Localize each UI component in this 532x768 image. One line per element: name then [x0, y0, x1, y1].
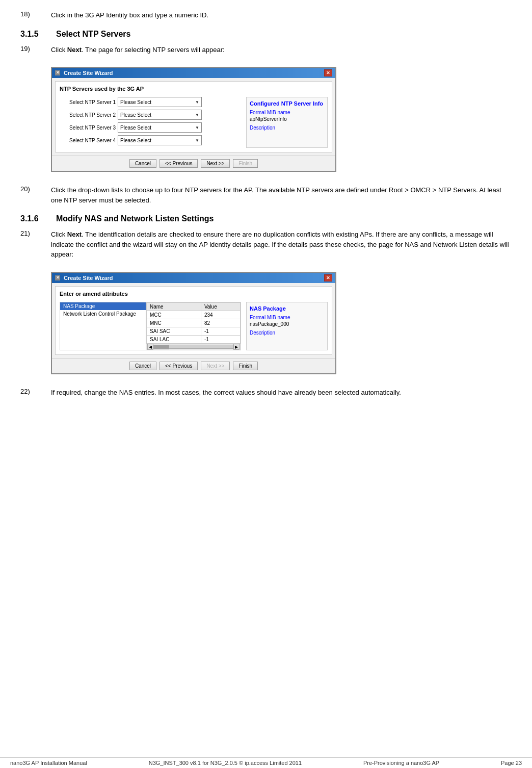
ntp-wizard-title: Create Site Wizard	[64, 70, 113, 76]
ntp-select-value-3: Please Select	[120, 125, 151, 131]
ntp-select-arrow-2: ▼	[195, 113, 199, 117]
step-21-text-after: . The identification details are checked…	[51, 231, 509, 258]
ntp-wizard-footer: Cancel << Previous Next >> Finish	[52, 156, 335, 171]
step-20-num: 20)	[20, 185, 51, 205]
ntp-wizard-left-panel: Select NTP Server 1 Please Select ▼ Sele…	[60, 97, 241, 148]
ntp-select-arrow-1: ▼	[195, 100, 199, 105]
ntp-select-value-4: Please Select	[120, 138, 151, 143]
ntp-next-button[interactable]: Next >>	[201, 159, 230, 168]
section-316-title: Modify NAS and Network Listen Settings	[56, 214, 214, 223]
nas-wizard-title: Create Site Wizard	[64, 275, 113, 281]
ntp-server-row-4: Select NTP Server 4 Please Select ▼	[60, 135, 241, 145]
step-20-text: Click the drop-down lists to choose up t…	[51, 185, 512, 205]
ntp-wizard-icon: ✕	[55, 70, 60, 75]
nas-scroll-track	[153, 345, 233, 349]
ntp-select-3[interactable]: Please Select ▼	[118, 122, 202, 133]
nas-next-button: Next >>	[201, 362, 230, 370]
nas-wizard-icon: ✕	[55, 275, 60, 280]
nas-cell-value-0: 234	[201, 311, 240, 319]
nas-wizard-subtitle: Enter or amend attributes	[60, 291, 328, 297]
nas-col-name: Name	[147, 302, 201, 311]
nas-cell-name-3: SAI LAC	[147, 335, 201, 343]
nas-wizard-right-panel: NAS Package Formal MIB name nasPackage_0…	[246, 302, 328, 350]
section-316-num: 3.1.6	[20, 214, 56, 223]
ntp-previous-button[interactable]: << Previous	[159, 159, 198, 168]
ntp-rows-container: Select NTP Server 1 Please Select ▼ Sele…	[60, 97, 241, 145]
nas-cell-value-3: -1	[201, 335, 240, 343]
nas-scroll-left[interactable]: ◀	[147, 344, 153, 350]
ntp-wizard-subtitle: NTP Servers used by the 3G AP	[60, 86, 328, 92]
ntp-label-3: Select NTP Server 3	[60, 125, 116, 131]
ntp-wizard-body: NTP Servers used by the 3G AP Select NTP…	[55, 81, 332, 152]
ntp-select-2[interactable]: Please Select ▼	[118, 110, 202, 120]
step-19-text-after: . The page for selecting NTP servers wil…	[82, 46, 225, 54]
nas-cancel-button[interactable]: Cancel	[129, 362, 156, 370]
ntp-select-4[interactable]: Please Select ▼	[118, 135, 202, 145]
nas-cell-value-2: -1	[201, 327, 240, 335]
ntp-wizard-dialog: ✕ Create Site Wizard ✕ NTP Servers used …	[51, 67, 336, 172]
ntp-server-row-2: Select NTP Server 2 Please Select ▼	[60, 110, 241, 120]
footer-right: Pre-Provisioning a nano3G AP	[363, 760, 439, 766]
nas-table-row: SAI SAC -1	[147, 327, 241, 335]
nas-scroll-right[interactable]: ▶	[233, 344, 240, 350]
ntp-label-1: Select NTP Server 1	[60, 99, 116, 105]
nas-table-row: MNC 82	[147, 319, 241, 327]
ntp-right-title: Configured NTP Server Info	[250, 100, 324, 107]
nas-cell-name-0: MCC	[147, 311, 201, 319]
nas-col-value: Value	[201, 302, 240, 311]
ntp-select-arrow-4: ▼	[195, 138, 199, 143]
nas-cell-value-1: 82	[201, 319, 240, 327]
ntp-label-4: Select NTP Server 4	[60, 138, 116, 143]
nas-right-title: NAS Package	[250, 305, 324, 312]
step-19-bold: Next	[67, 46, 82, 54]
nas-wizard-main-area: NAS PackageNetwork Listen Control Packag…	[60, 302, 241, 350]
nas-previous-button[interactable]: << Previous	[159, 362, 198, 370]
step-21-bold: Next	[67, 231, 82, 238]
ntp-select-value-2: Please Select	[120, 112, 151, 118]
ntp-finish-button: Finish	[233, 159, 258, 168]
nas-wizard-footer: Cancel << Previous Next >> Finish	[52, 358, 335, 373]
nas-left-item-0[interactable]: NAS Package	[60, 302, 146, 310]
nas-description-label: Description	[250, 330, 324, 336]
nas-wizard-close-button[interactable]: ✕	[324, 274, 332, 281]
nas-wizard-dialog: ✕ Create Site Wizard ✕ Enter or amend at…	[51, 272, 336, 374]
nas-wizard-body: Enter or amend attributes NAS PackageNet…	[55, 286, 332, 355]
ntp-formal-mib-value: apNtpServerInfo	[250, 116, 324, 122]
nas-table-container: NAS PackageNetwork Listen Control Packag…	[60, 302, 241, 350]
nas-data-table: Name Value MCC 234 MNC 82 SAI SAC -1 SAI…	[146, 302, 241, 344]
step-19-text: Click Next. The page for selecting NTP s…	[51, 45, 512, 55]
nas-left-panel: NAS PackageNetwork Listen Control Packag…	[60, 302, 146, 350]
nas-left-item-1[interactable]: Network Listen Control Package	[60, 310, 146, 318]
ntp-wizard-close-button[interactable]: ✕	[324, 69, 332, 76]
ntp-wizard-title-bar: ✕ Create Site Wizard ✕	[52, 68, 335, 78]
ntp-wizard-content: Select NTP Server 1 Please Select ▼ Sele…	[60, 97, 328, 148]
section-315-num: 3.1.5	[20, 30, 56, 39]
ntp-select-arrow-3: ▼	[195, 125, 199, 130]
nas-formal-mib-value: nasPackage_000	[250, 321, 324, 327]
nas-formal-mib-label: Formal MIB name	[250, 315, 324, 320]
nas-cell-name-1: MNC	[147, 319, 201, 327]
ntp-wizard-right-panel: Configured NTP Server Info Formal MIB na…	[246, 97, 328, 148]
nas-cell-name-2: SAI SAC	[147, 327, 201, 335]
nas-wizard-content: NAS PackageNetwork Listen Control Packag…	[60, 302, 328, 350]
nas-main-table: Name Value MCC 234 MNC 82 SAI SAC -1 SAI…	[146, 302, 241, 350]
nas-table-row: MCC 234	[147, 311, 241, 319]
step-21-text: Click Next. The identification details a…	[51, 229, 512, 260]
ntp-cancel-button[interactable]: Cancel	[129, 159, 156, 168]
ntp-formal-mib-label: Formal MIB name	[250, 110, 324, 115]
ntp-select-1[interactable]: Please Select ▼	[118, 97, 202, 107]
section-315-title: Select NTP Servers	[56, 30, 130, 39]
ntp-server-row-3: Select NTP Server 3 Please Select ▼	[60, 122, 241, 133]
ntp-select-value-1: Please Select	[120, 99, 151, 105]
nas-wizard-container: ✕ Create Site Wizard ✕ Enter or amend at…	[51, 272, 336, 374]
footer-left: nano3G AP Installation Manual	[10, 760, 87, 766]
nas-scrollbar[interactable]: ◀ ▶	[146, 344, 241, 350]
ntp-wizard-title-left: ✕ Create Site Wizard	[55, 70, 113, 76]
nas-finish-button[interactable]: Finish	[233, 362, 258, 370]
nas-wizard-title-left: ✕ Create Site Wizard	[55, 275, 113, 281]
nas-wizard-title-bar: ✕ Create Site Wizard ✕	[52, 273, 335, 283]
step-19-num: 19)	[20, 45, 51, 55]
step-18-num: 18)	[20, 10, 51, 20]
ntp-server-row-1: Select NTP Server 1 Please Select ▼	[60, 97, 241, 107]
nas-table-row: SAI LAC -1	[147, 335, 241, 343]
